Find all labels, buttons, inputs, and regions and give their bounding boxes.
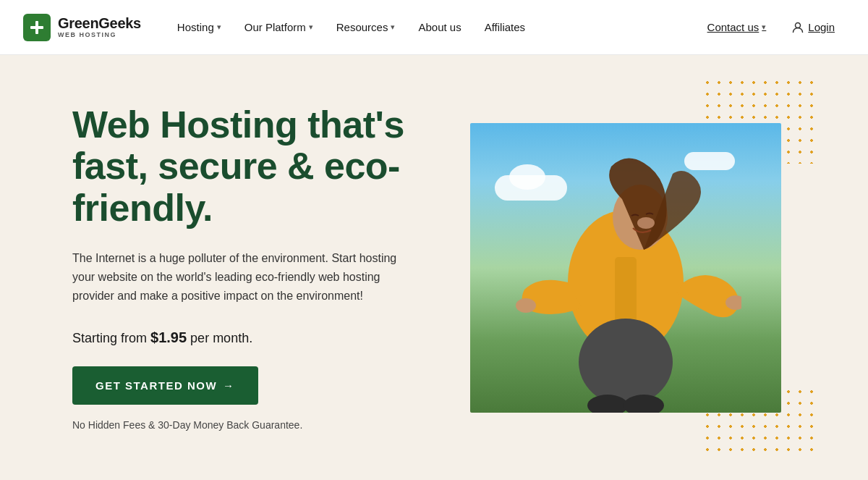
- person-illustration: [510, 138, 741, 413]
- nav-label-resources: Resources: [336, 21, 388, 33]
- navigation: GreenGeeks WEB HOSTING Hosting ▾ Our Pla…: [0, 0, 868, 55]
- logo-text: GreenGeeks WEB HOSTING: [58, 16, 141, 38]
- svg-point-8: [579, 319, 673, 405]
- svg-point-2: [796, 22, 801, 28]
- logo[interactable]: GreenGeeks WEB HOSTING: [23, 14, 141, 41]
- brand-sub: WEB HOSTING: [58, 32, 141, 38]
- nav-label-hosting: Hosting: [177, 21, 214, 33]
- hero-right: [456, 98, 796, 437]
- login-label: Login: [808, 21, 835, 33]
- login-button[interactable]: Login: [782, 15, 845, 39]
- hero-photo: [470, 123, 781, 413]
- chevron-down-icon: ▾: [762, 22, 766, 32]
- contact-label: Contact us: [707, 21, 760, 33]
- guarantee-text: No Hidden Fees & 30-Day Money Back Guara…: [72, 419, 412, 431]
- hero-section: Web Hosting that's fast, secure & eco-fr…: [0, 55, 868, 480]
- chevron-down-icon: ▾: [391, 22, 395, 32]
- nav-item-resources[interactable]: Resources ▾: [326, 15, 406, 39]
- svg-point-5: [516, 298, 536, 313]
- nav-links: Hosting ▾ Our Platform ▾ Resources ▾ Abo…: [167, 15, 697, 39]
- hero-description: The Internet is a huge polluter of the e…: [72, 249, 405, 306]
- chevron-down-icon: ▾: [309, 22, 313, 32]
- nav-item-platform[interactable]: Our Platform ▾: [234, 15, 323, 39]
- svg-point-11: [637, 217, 655, 229]
- contact-button[interactable]: Contact us ▾: [697, 15, 777, 39]
- brand-name: GreenGeeks: [58, 16, 141, 30]
- nav-item-affiliates[interactable]: Affiliates: [475, 15, 535, 39]
- nav-item-hosting[interactable]: Hosting ▾: [167, 15, 231, 39]
- hero-image: [470, 123, 781, 413]
- hero-heading: Web Hosting that's fast, secure & eco-fr…: [72, 104, 412, 229]
- logo-icon: [23, 14, 51, 41]
- price-prefix: Starting from: [72, 331, 150, 345]
- user-icon: [792, 22, 804, 33]
- nav-item-about[interactable]: About us: [408, 15, 471, 39]
- price-suffix: per month.: [187, 331, 252, 345]
- nav-label-platform: Our Platform: [244, 21, 306, 33]
- nav-right: Contact us ▾ Login: [697, 15, 845, 39]
- svg-rect-1: [30, 26, 43, 29]
- price-value: $1.95: [150, 329, 187, 345]
- chevron-down-icon: ▾: [217, 22, 221, 32]
- plus-icon: [29, 20, 45, 35]
- cta-label: GET STARTED NOW: [95, 379, 217, 392]
- cta-button[interactable]: GET STARTED NOW→: [72, 366, 258, 405]
- hero-left: Web Hosting that's fast, secure & eco-fr…: [72, 98, 412, 437]
- nav-label-about: About us: [418, 21, 461, 33]
- arrow-icon: →: [223, 379, 235, 392]
- hero-price: Starting from $1.95 per month.: [72, 329, 412, 346]
- nav-label-affiliates: Affiliates: [485, 21, 525, 33]
